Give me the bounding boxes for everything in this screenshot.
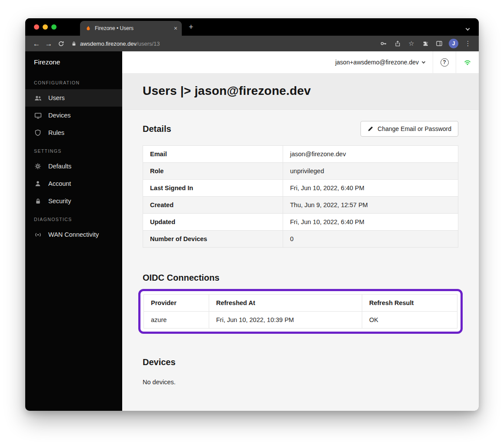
address-bar[interactable]: awsdemo.firezone.dev/users/13: [67, 40, 378, 47]
account-menu[interactable]: jason+awsdemo@firezone.dev: [327, 51, 433, 73]
oidc-refresh-result: OK: [362, 312, 457, 329]
sidebar-item-users[interactable]: Users: [25, 89, 122, 107]
password-manager-button[interactable]: [378, 38, 389, 49]
oidc-provider: azure: [144, 312, 209, 329]
browser-window: Firezone • Users × + ← → awsdemo.firezon…: [25, 18, 479, 411]
topbar: jason+awsdemo@firezone.dev ?: [122, 51, 479, 73]
page-title: Users |> jason@firezone.dev: [143, 84, 458, 98]
sidebar-item-label: Security: [48, 198, 71, 205]
browser-toolbar: ← → awsdemo.firezone.dev/users/13: [25, 36, 479, 51]
main-area: jason+awsdemo@firezone.dev ? Use: [122, 51, 479, 411]
zoom-window-button[interactable]: [51, 24, 57, 30]
sidebar-item-rules[interactable]: Rules: [25, 124, 122, 141]
change-email-password-button[interactable]: Change Email or Password: [360, 121, 458, 137]
detail-value: 0: [283, 231, 458, 248]
users-icon: [34, 94, 42, 102]
forward-button[interactable]: →: [43, 37, 55, 50]
tab-search-chevron-icon[interactable]: [466, 24, 469, 32]
side-panel-button[interactable]: [434, 38, 445, 49]
detail-label: Number of Devices: [143, 231, 283, 248]
page-content: Details Change Email or Password Email j…: [122, 110, 479, 411]
details-table: Email jason@firezone.dev Role unprivileg…: [143, 145, 458, 248]
back-button[interactable]: ←: [30, 37, 43, 50]
sidebar-item-label: Devices: [48, 112, 71, 119]
sidebar-item-label: WAN Connectivity: [48, 231, 99, 238]
url-domain: awsdemo.firezone.dev: [80, 40, 137, 47]
table-row: Number of Devices 0: [143, 231, 458, 248]
sidebar-item-label: Defaults: [48, 163, 71, 170]
broadcast-icon: [34, 231, 42, 238]
detail-label: Created: [143, 197, 283, 214]
share-icon: [394, 40, 401, 47]
key-icon: [380, 40, 387, 47]
toolbar-actions: ☆ J ⋮: [378, 38, 474, 49]
table-row: Updated Fri, Jun 10, 2022, 6:40 PM: [143, 214, 458, 231]
sidebar-section-diagnostics: DIAGNOSTICS: [25, 210, 122, 226]
person-icon: [34, 180, 42, 187]
devices-empty-message: No devices.: [143, 379, 458, 386]
oidc-section: OIDC Connections Provider Refreshed At R…: [143, 273, 458, 334]
detail-label: Updated: [143, 214, 283, 231]
detail-label: Last Signed In: [143, 180, 283, 197]
close-window-button[interactable]: [34, 24, 39, 30]
lock-icon: [34, 198, 42, 205]
tab-close-icon[interactable]: ×: [174, 25, 177, 31]
puzzle-icon: [422, 40, 429, 47]
devices-heading: Devices: [143, 357, 458, 367]
sidebar-item-security[interactable]: Security: [25, 192, 122, 210]
firezone-favicon-icon: [85, 25, 91, 31]
sidebar-item-wan-connectivity[interactable]: WAN Connectivity: [25, 226, 122, 243]
share-button[interactable]: [392, 38, 403, 49]
column-header: Refresh Result: [362, 295, 457, 312]
reload-button[interactable]: [55, 37, 67, 50]
help-icon: ?: [441, 58, 449, 67]
detail-value: Fri, Jun 10, 2022, 6:40 PM: [283, 180, 458, 197]
browser-menu-icon[interactable]: ⋮: [462, 38, 474, 49]
shield-icon: [34, 129, 42, 136]
profile-avatar[interactable]: J: [449, 39, 458, 48]
detail-value: Thu, Jun 9, 2022, 12:57 PM: [283, 197, 458, 214]
oidc-table: Provider Refreshed At Refresh Result azu…: [144, 294, 457, 329]
tab-strip: Firezone • Users × +: [25, 18, 479, 36]
sidebar-item-defaults[interactable]: Defaults: [25, 158, 122, 175]
url-path: /users/13: [137, 40, 160, 47]
minimize-window-button[interactable]: [43, 24, 48, 30]
brand[interactable]: Firezone: [25, 51, 122, 73]
pencil-icon: [367, 126, 374, 132]
app-root: Firezone CONFIGURATION Users: [25, 51, 479, 411]
extensions-button[interactable]: [420, 38, 431, 49]
account-email: jason+awsdemo@firezone.dev: [335, 59, 419, 66]
detail-label: Role: [143, 163, 283, 180]
change-button-label: Change Email or Password: [377, 125, 451, 132]
side-panel-icon: [436, 40, 443, 47]
column-header: Refreshed At: [209, 295, 362, 312]
chevron-down-icon: [422, 60, 425, 63]
sidebar-item-devices[interactable]: Devices: [25, 107, 122, 124]
table-row: Email jason@firezone.dev: [143, 146, 458, 163]
tab-title: Firezone • Users: [95, 25, 170, 31]
details-section-head: Details Change Email or Password: [143, 121, 458, 137]
gear-icon: [34, 163, 42, 170]
detail-label: Email: [143, 146, 283, 163]
bookmark-star-icon[interactable]: ☆: [406, 38, 417, 49]
sidebar-item-account[interactable]: Account: [25, 175, 122, 192]
sidebar-section-settings: SETTINGS: [25, 141, 122, 158]
oidc-heading: OIDC Connections: [143, 273, 458, 283]
detail-value: jason@firezone.dev: [283, 146, 458, 163]
browser-tab[interactable]: Firezone • Users ×: [80, 21, 182, 36]
firezone-logo-icon: [463, 58, 472, 66]
help-button[interactable]: ?: [433, 51, 456, 73]
annotation-highlight-box: Provider Refreshed At Refresh Result azu…: [138, 289, 463, 334]
table-row: Created Thu, Jun 9, 2022, 12:57 PM: [143, 197, 458, 214]
detail-value: Fri, Jun 10, 2022, 6:40 PM: [283, 214, 458, 231]
details-heading: Details: [143, 124, 171, 134]
sidebar-item-label: Account: [48, 180, 71, 187]
table-row: Last Signed In Fri, Jun 10, 2022, 6:40 P…: [143, 180, 458, 197]
devices-section: Devices No devices.: [143, 357, 458, 386]
table-row: azure Fri, Jun 10, 2022, 10:39 PM OK: [144, 312, 457, 329]
sidebar-item-label: Rules: [48, 129, 64, 136]
oidc-refreshed-at: Fri, Jun 10, 2022, 10:39 PM: [209, 312, 362, 329]
new-tab-button[interactable]: +: [189, 23, 194, 31]
firezone-logo-link[interactable]: [456, 51, 479, 73]
sidebar: Firezone CONFIGURATION Users: [25, 51, 122, 411]
